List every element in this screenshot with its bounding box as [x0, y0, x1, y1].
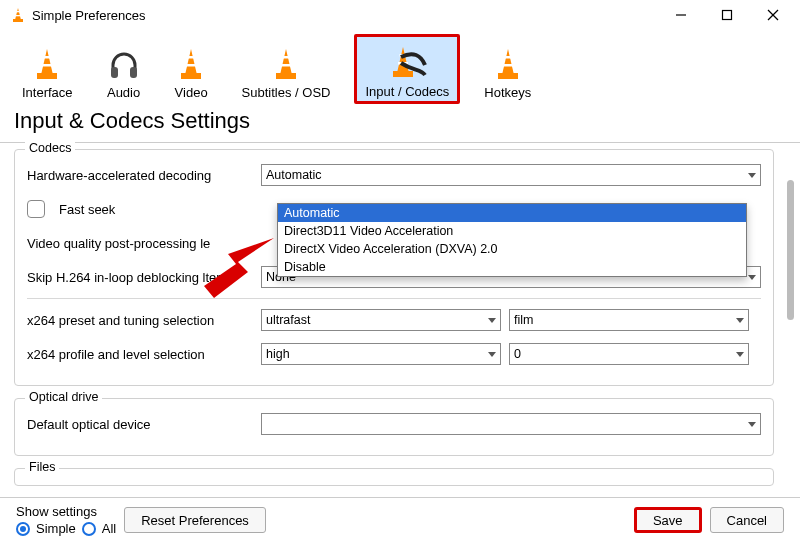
svg-rect-28	[504, 56, 511, 59]
tab-audio[interactable]: Audio	[97, 34, 151, 104]
svg-marker-14	[185, 49, 197, 75]
x264-preset-label: x264 preset and tuning selection	[27, 313, 253, 328]
tab-input-codecs[interactable]: Input / Codecs	[354, 34, 460, 104]
svg-rect-13	[130, 67, 137, 78]
svg-rect-5	[723, 11, 732, 20]
dropdown-option[interactable]: DirectX Video Acceleration (DXVA) 2.0	[278, 240, 746, 258]
window-title: Simple Preferences	[32, 8, 145, 23]
hw-decoding-label: Hardware-accelerated decoding	[27, 168, 253, 183]
x264-profile-label: x264 profile and level selection	[27, 347, 253, 362]
save-button[interactable]: Save	[634, 507, 702, 533]
group-title: Optical drive	[25, 390, 102, 404]
hw-decoding-value: Automatic	[266, 168, 322, 182]
svg-rect-3	[16, 15, 21, 16]
cone-icon	[31, 45, 63, 83]
svg-rect-12	[111, 67, 118, 78]
svg-rect-27	[498, 73, 518, 79]
show-settings-all-radio[interactable]	[82, 522, 96, 536]
tab-label: Input / Codecs	[365, 84, 449, 99]
tab-video[interactable]: Video	[165, 34, 218, 104]
group-optical: Optical drive Default optical device	[14, 398, 774, 456]
titlebar: Simple Preferences	[0, 0, 800, 30]
cone-icon	[175, 45, 207, 83]
svg-marker-8	[41, 49, 53, 75]
vlc-cone-icon	[10, 7, 26, 23]
bottom-bar: Show settings Simple All Reset Preferenc…	[0, 497, 800, 542]
show-settings-simple-radio[interactable]	[16, 522, 30, 536]
close-button[interactable]	[750, 0, 796, 30]
tab-label: Interface	[22, 85, 73, 100]
reset-preferences-button[interactable]: Reset Preferences	[124, 507, 266, 533]
page-title: Input & Codecs Settings	[0, 106, 800, 143]
x264-preset-value: ultrafast	[266, 313, 310, 327]
tab-hotkeys[interactable]: Hotkeys	[474, 34, 541, 104]
x264-level-value: 0	[514, 347, 521, 361]
svg-marker-0	[15, 8, 21, 20]
x264-tuning-dropdown[interactable]: film	[509, 309, 749, 331]
fast-seek-label: Fast seek	[59, 202, 115, 217]
show-settings-label: Show settings	[16, 504, 110, 519]
cone-icon	[270, 45, 302, 83]
hw-decoding-dropdown[interactable]: Automatic	[261, 164, 761, 186]
svg-rect-11	[42, 64, 52, 67]
tab-label: Video	[175, 85, 208, 100]
default-optical-label: Default optical device	[27, 417, 253, 432]
svg-rect-29	[503, 64, 513, 67]
svg-rect-10	[44, 56, 51, 59]
x264-profile-value: high	[266, 347, 290, 361]
dropdown-option[interactable]: Direct3D11 Video Acceleration	[278, 222, 746, 240]
tab-label: Audio	[107, 85, 140, 100]
svg-rect-20	[283, 56, 290, 59]
group-files: Files	[14, 468, 774, 486]
scrollbar[interactable]	[787, 180, 794, 320]
fast-seek-checkbox[interactable]	[27, 200, 45, 218]
maximize-button[interactable]	[704, 0, 750, 30]
radio-label: Simple	[36, 521, 76, 536]
tab-label: Subtitles / OSD	[242, 85, 331, 100]
dropdown-option[interactable]: Automatic	[278, 204, 746, 222]
default-optical-dropdown[interactable]	[261, 413, 761, 435]
hw-decoding-dropdown-list[interactable]: Automatic Direct3D11 Video Acceleration …	[277, 203, 747, 277]
radio-label: All	[102, 521, 116, 536]
group-title: Codecs	[25, 141, 75, 155]
tab-subtitles[interactable]: Subtitles / OSD	[232, 34, 341, 104]
button-label: Save	[653, 513, 683, 528]
button-label: Cancel	[727, 513, 767, 528]
x264-level-dropdown[interactable]: 0	[509, 343, 749, 365]
x264-tuning-value: film	[514, 313, 533, 327]
category-tabs: Interface Audio Video Subtitles / OSD In…	[0, 30, 800, 106]
svg-marker-22	[397, 47, 409, 73]
svg-marker-30	[204, 238, 274, 298]
x264-profile-dropdown[interactable]: high	[261, 343, 501, 365]
dropdown-option[interactable]: Disable	[278, 258, 746, 276]
svg-rect-17	[186, 64, 196, 67]
svg-rect-23	[393, 71, 413, 77]
x264-preset-dropdown[interactable]: ultrafast	[261, 309, 501, 331]
tab-interface[interactable]: Interface	[12, 34, 83, 104]
button-label: Reset Preferences	[141, 513, 249, 528]
annotation-arrow-icon	[204, 238, 274, 298]
svg-rect-21	[281, 64, 291, 67]
vq-post-label: Video quality post-processing le	[27, 236, 210, 251]
group-title: Files	[25, 460, 59, 474]
svg-rect-9	[37, 73, 57, 79]
cone-icon	[492, 45, 524, 83]
svg-marker-18	[280, 49, 292, 75]
svg-marker-26	[502, 49, 514, 75]
headphones-icon	[107, 45, 141, 83]
svg-rect-2	[16, 11, 20, 12]
svg-rect-1	[13, 19, 23, 22]
cancel-button[interactable]: Cancel	[710, 507, 784, 533]
minimize-button[interactable]	[658, 0, 704, 30]
tab-label: Hotkeys	[484, 85, 531, 100]
cone-with-film-icon	[387, 44, 427, 82]
svg-rect-15	[181, 73, 201, 79]
svg-rect-19	[276, 73, 296, 79]
svg-rect-16	[188, 56, 195, 59]
